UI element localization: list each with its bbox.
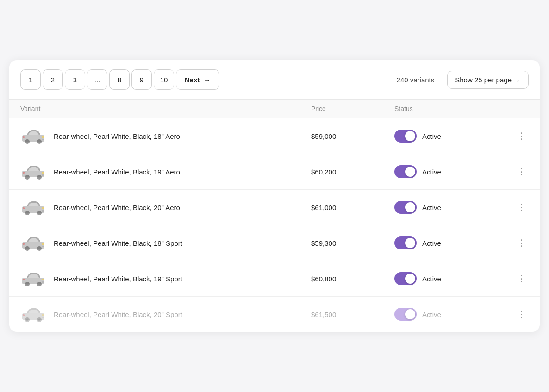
page-3-button[interactable]: 3 [65, 69, 85, 90]
more-options-button[interactable]: ⋮ [514, 129, 529, 143]
svg-point-44 [26, 319, 29, 321]
svg-point-6 [38, 141, 41, 143]
status-toggle[interactable] [394, 236, 417, 249]
status-toggle[interactable] [394, 272, 417, 285]
variant-cell: Rear-wheel, Pearl White, Black, 20" Spor… [20, 305, 311, 324]
svg-point-36 [26, 283, 29, 286]
page-10-button[interactable]: 10 [154, 69, 174, 90]
variant-cell: Rear-wheel, Pearl White, Black, 19" Spor… [20, 269, 311, 288]
price-cell: $59,000 [311, 132, 394, 140]
price-cell: $59,300 [311, 239, 394, 247]
table-row: Rear-wheel, Pearl White, Black, 19" Aero… [9, 154, 540, 190]
svg-rect-23 [42, 210, 44, 212]
more-options-button[interactable]: ⋮ [514, 236, 529, 250]
svg-rect-7 [42, 139, 44, 140]
svg-rect-10 [23, 172, 25, 174]
actions-cell: ⋮ [505, 236, 529, 250]
toggle-knob [405, 131, 415, 141]
status-cell: Active [394, 236, 505, 249]
more-options-button[interactable]: ⋮ [514, 307, 529, 322]
toggle-knob [405, 309, 415, 319]
show-per-page-label: Show 25 per page [455, 76, 512, 84]
page-2-button[interactable]: 2 [43, 69, 63, 90]
variant-name: Rear-wheel, Pearl White, Black, 20" Aero [54, 204, 180, 212]
svg-point-46 [38, 319, 41, 321]
svg-rect-41 [42, 314, 44, 316]
car-image [20, 127, 46, 145]
more-options-button[interactable]: ⋮ [514, 164, 529, 179]
svg-rect-1 [42, 136, 44, 138]
actions-cell: ⋮ [505, 129, 529, 143]
svg-rect-42 [23, 314, 25, 316]
toggle-knob [405, 274, 415, 284]
status-cell: Active [394, 130, 505, 143]
svg-rect-25 [42, 243, 44, 245]
page-buttons: 1 2 3 ... 8 9 10 Next → [20, 69, 219, 90]
table-body: Rear-wheel, Pearl White, Black, 18" Aero… [9, 118, 540, 332]
table-row: Rear-wheel, Pearl White, Black, 18" Aero… [9, 118, 540, 154]
svg-rect-39 [42, 281, 44, 283]
car-image [20, 198, 46, 217]
price-cell: $60,800 [311, 275, 394, 283]
status-label: Active [422, 132, 448, 140]
variant-name: Rear-wheel, Pearl White, Black, 18" Spor… [54, 239, 182, 247]
variant-name: Rear-wheel, Pearl White, Black, 19" Spor… [54, 275, 182, 283]
table-row: Rear-wheel, Pearl White, Black, 18" Spor… [9, 225, 540, 261]
show-per-page-dropdown[interactable]: Show 25 per page ⌄ [447, 71, 529, 89]
price-cell: $61,500 [311, 311, 394, 318]
variant-name: Rear-wheel, Pearl White, Black, 19" Aero [54, 168, 180, 176]
actions-cell: ⋮ [505, 307, 529, 322]
header-status: Status [394, 105, 505, 112]
main-container: 1 2 3 ... 8 9 10 Next → 240 variants Sho… [9, 60, 540, 332]
price-cell: $60,200 [311, 168, 394, 176]
table-row: Rear-wheel, Pearl White, Black, 19" Spor… [9, 261, 540, 297]
status-cell: Active [394, 272, 505, 285]
header-price: Price [311, 105, 394, 112]
table-header: Variant Price Status [9, 100, 540, 118]
car-image [20, 269, 46, 288]
page-1-button[interactable]: 1 [20, 69, 41, 90]
price-cell: $61,000 [311, 204, 394, 212]
svg-point-14 [38, 176, 41, 179]
variant-cell: Rear-wheel, Pearl White, Black, 19" Aero [20, 162, 311, 181]
svg-rect-15 [42, 174, 44, 176]
status-toggle[interactable] [394, 201, 417, 214]
car-image [20, 162, 46, 181]
actions-cell: ⋮ [505, 164, 529, 179]
status-label: Active [422, 239, 448, 247]
next-page-button[interactable]: Next → [176, 69, 219, 90]
status-toggle[interactable] [394, 165, 417, 178]
svg-rect-18 [23, 207, 25, 209]
page-9-button[interactable]: 9 [131, 69, 152, 90]
status-label: Active [422, 311, 448, 318]
status-label: Active [422, 168, 448, 176]
more-options-button[interactable]: ⋮ [514, 271, 529, 286]
svg-point-4 [26, 141, 29, 143]
status-label: Active [422, 204, 448, 212]
pagination-bar: 1 2 3 ... 8 9 10 Next → 240 variants Sho… [9, 60, 540, 100]
svg-point-28 [26, 248, 29, 250]
svg-point-20 [26, 212, 29, 214]
header-variant: Variant [20, 105, 311, 112]
svg-rect-2 [23, 136, 25, 138]
table-row: Rear-wheel, Pearl White, Black, 20" Spor… [9, 297, 540, 332]
status-label: Active [422, 275, 448, 283]
svg-rect-17 [42, 207, 44, 209]
status-toggle[interactable] [394, 130, 417, 143]
variant-cell: Rear-wheel, Pearl White, Black, 20" Aero [20, 198, 311, 217]
page-8-button[interactable]: 8 [109, 69, 130, 90]
status-cell: Active [394, 165, 505, 178]
status-cell: Active [394, 308, 505, 321]
header-actions [505, 105, 529, 112]
status-cell: Active [394, 201, 505, 214]
chevron-down-icon: ⌄ [515, 76, 521, 83]
svg-rect-33 [42, 279, 44, 280]
car-image [20, 234, 46, 252]
more-options-button[interactable]: ⋮ [514, 200, 529, 215]
toggle-knob [405, 167, 415, 177]
svg-rect-9 [42, 172, 44, 174]
svg-point-22 [38, 212, 41, 214]
status-toggle[interactable] [394, 308, 417, 321]
toggle-knob [405, 202, 415, 212]
svg-rect-26 [23, 243, 25, 245]
